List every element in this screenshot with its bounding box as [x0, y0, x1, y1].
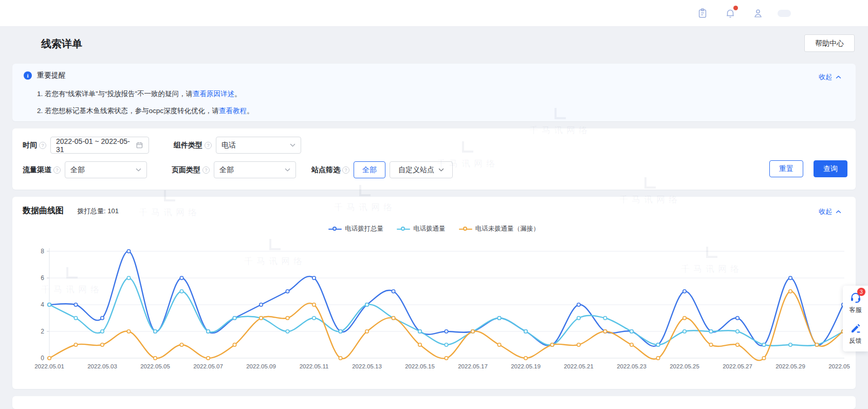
- svg-text:2022.05.01: 2022.05.01: [34, 363, 64, 369]
- avatar[interactable]: [778, 10, 791, 17]
- legend-label: 电话拨打总量: [345, 225, 383, 233]
- legend-marker-icon: [328, 227, 342, 232]
- chart-legend: 电话拨打总量电话拨通量电话未拨通量（漏接）: [12, 225, 856, 233]
- legend-label: 电话未拨通量（漏接）: [475, 225, 540, 233]
- svg-text:2022.05.11: 2022.05.11: [300, 363, 329, 369]
- help-center-button[interactable]: 帮助中心: [804, 34, 855, 52]
- chart-title: 数据曲线图: [23, 206, 64, 216]
- svg-text:2022.05.09: 2022.05.09: [246, 363, 276, 369]
- svg-text:8: 8: [41, 248, 44, 255]
- service-badge: 3: [857, 288, 865, 296]
- chevron-down-icon: [438, 168, 444, 172]
- floating-action-panel: 3 客服 反馈: [843, 286, 868, 351]
- time-help-icon[interactable]: ?: [39, 142, 46, 149]
- site-all-button[interactable]: 全部: [354, 161, 385, 178]
- chevron-down-icon: [290, 143, 296, 147]
- legend-label: 电话拨通量: [413, 225, 446, 233]
- traffic-channel-select[interactable]: 全部: [65, 161, 147, 178]
- page-type-select[interactable]: 全部: [214, 161, 296, 178]
- calendar-icon: [136, 141, 143, 149]
- chart-card: 数据曲线图 拨打总量: 101 收起 电话拨打总量电话拨通量电话未拨通量（漏接）…: [12, 197, 856, 389]
- notice-item-1: 1. 若您有“线索详单”与“投放报告”不一致的疑问，请查看原因详述。: [37, 89, 242, 99]
- svg-text:2022.05.31: 2022.05.31: [828, 363, 850, 369]
- page-type-label: 页面类型: [172, 165, 200, 175]
- view-reason-link[interactable]: 查看原因详述: [193, 90, 234, 98]
- page-title: 线索详单: [41, 37, 82, 51]
- site-help-icon[interactable]: ?: [342, 166, 349, 174]
- svg-text:2022.05.25: 2022.05.25: [670, 363, 699, 369]
- svg-text:2: 2: [41, 328, 44, 335]
- svg-text:0: 0: [41, 355, 44, 362]
- svg-text:2022.05.07: 2022.05.07: [193, 363, 223, 369]
- important-notice-card: i 重要提醒 收起 1. 若您有“线索详单”与“投放报告”不一致的疑问，请查看原…: [12, 64, 856, 121]
- svg-text:2022.05.23: 2022.05.23: [617, 363, 647, 369]
- legend-item-0[interactable]: 电话拨打总量: [328, 225, 383, 233]
- legend-item-1[interactable]: 电话拨通量: [397, 225, 446, 233]
- svg-text:2022.05.17: 2022.05.17: [458, 363, 488, 369]
- notification-red-dot: [733, 6, 738, 10]
- pagetype-help-icon[interactable]: ?: [202, 166, 210, 174]
- component-type-select[interactable]: 电话: [216, 137, 301, 154]
- component-type-label: 组件类型: [174, 141, 202, 150]
- date-range-input[interactable]: 2022-05-01 ~ 2022-05-31: [50, 137, 149, 154]
- reset-button[interactable]: 重置: [769, 160, 803, 177]
- svg-text:2022.05.05: 2022.05.05: [140, 363, 170, 369]
- time-filter-label: 时间: [23, 141, 37, 150]
- notice-item-2: 2. 若您想标记基木鱼线索状态，参与ocpc深度转化优化，请查看教程。: [37, 106, 254, 116]
- svg-text:4: 4: [41, 301, 44, 308]
- legend-item-2[interactable]: 电话未拨通量（漏接）: [459, 225, 540, 233]
- pencil-icon: [849, 322, 862, 334]
- site-custom-button[interactable]: 自定义站点: [390, 161, 453, 178]
- svg-text:2022.05.03: 2022.05.03: [87, 363, 117, 369]
- legend-marker-icon: [397, 227, 410, 232]
- component-help-icon[interactable]: ?: [205, 142, 212, 149]
- info-icon: i: [24, 71, 32, 80]
- traffic-channel-label: 流量渠道: [23, 165, 51, 175]
- svg-text:6: 6: [41, 274, 44, 282]
- top-bar: [0, 0, 868, 27]
- filter-card: 时间 ? 2022-05-01 ~ 2022-05-31 组件类型 ? 电话 流…: [12, 128, 856, 190]
- view-tutorial-link[interactable]: 查看教程: [219, 107, 247, 115]
- query-button[interactable]: 查询: [814, 160, 847, 177]
- feedback-button[interactable]: 反馈: [843, 322, 868, 345]
- chevron-down-icon: [285, 168, 290, 172]
- svg-text:2022.05.29: 2022.05.29: [775, 363, 805, 369]
- line-chart: 024682022.05.012022.05.032022.05.052022.…: [17, 241, 850, 379]
- svg-text:2022.05.27: 2022.05.27: [723, 363, 752, 369]
- customer-service-button[interactable]: 3 客服: [843, 291, 868, 314]
- clipboard-icon[interactable]: [694, 5, 711, 22]
- chart-collapse-button[interactable]: 收起: [819, 207, 841, 216]
- chevron-down-icon: [136, 168, 141, 172]
- svg-text:2022.05.19: 2022.05.19: [511, 363, 541, 369]
- svg-text:2022.05.13: 2022.05.13: [352, 363, 382, 369]
- page-header: 线索详单 帮助中心: [0, 27, 868, 60]
- user-icon[interactable]: [750, 5, 766, 22]
- svg-text:2022.05.15: 2022.05.15: [405, 363, 435, 369]
- next-section-card: [12, 396, 856, 409]
- svg-text:2022.05.21: 2022.05.21: [564, 363, 594, 369]
- notice-title: 重要提醒: [37, 71, 66, 80]
- legend-marker-icon: [459, 227, 472, 232]
- total-calls-label: 拨打总量: 101: [77, 207, 119, 216]
- site-filter-label: 站点筛选: [311, 165, 340, 175]
- notifications-bell-icon[interactable]: [722, 5, 738, 22]
- notice-collapse-button[interactable]: 收起: [819, 72, 841, 82]
- channel-help-icon[interactable]: ?: [53, 166, 61, 174]
